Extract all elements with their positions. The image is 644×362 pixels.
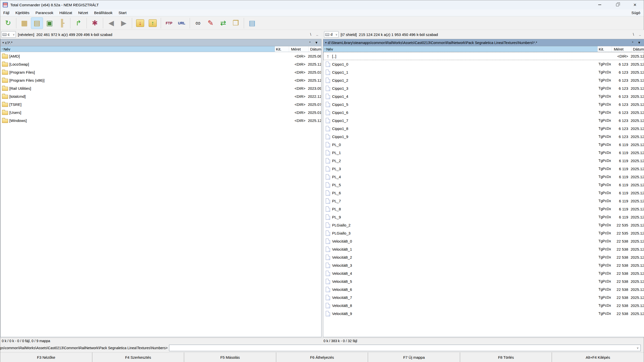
brief-view-button[interactable]: ▦ (18, 17, 30, 29)
left-history-button[interactable]: ▼ (313, 41, 320, 44)
file-row[interactable]: VelocitàB_6TgPcDx22 5382025.12 (323, 285, 644, 293)
fkey-f3[interactable]: F3 Nézőke (0, 352, 92, 362)
file-row[interactable]: PL_9TgPcDx6 1192025.12 (323, 213, 644, 221)
restore-button[interactable] (609, 0, 626, 9)
right-drive-combo[interactable]: d ∨ (324, 31, 339, 38)
file-row[interactable]: PL_8TgPcDx6 1192025.12 (323, 205, 644, 213)
menu-item-sugo[interactable]: Súgó (628, 10, 644, 16)
right-history-button[interactable]: ▼ (636, 41, 642, 44)
file-row[interactable]: [Program Files]<DIR>2025.03 (1, 68, 321, 76)
file-row[interactable]: VelocitàB_3TgPcDx22 5382025.12 (323, 261, 644, 269)
file-row[interactable]: PL_0TgPcDx6 1192025.12 (323, 141, 644, 149)
right-filter-star-button[interactable]: * (629, 41, 636, 44)
file-row[interactable]: Cippo1_1TgPcDx6 1232025.12 (323, 68, 644, 76)
fkey-f7[interactable]: F7 Új mappa (368, 352, 460, 362)
file-row[interactable]: VelocitàB_5TgPcDx22 5382025.12 (323, 277, 644, 285)
right-column-size[interactable]: Méret (612, 46, 631, 52)
back-button[interactable]: ◀ (105, 17, 117, 29)
left-filter-star-button[interactable]: * (307, 41, 313, 44)
fkey-f5[interactable]: F5 Másolás (184, 352, 276, 362)
file-row[interactable]: [TSRE]<DIR>2025.07 (1, 100, 321, 108)
left-drive-combo[interactable]: c ∨ (1, 31, 16, 38)
command-history-chevron-icon[interactable]: ∨ (635, 346, 640, 350)
file-row[interactable]: VelocitàB_4TgPcDx22 5382025.12 (323, 269, 644, 277)
file-row[interactable]: VelocitàB_8TgPcDx22 5382025.12 (323, 301, 644, 309)
menu-item-start[interactable]: Start (115, 10, 130, 16)
file-row[interactable]: Cippo1_3TgPcDx6 1232025.12 (323, 84, 644, 92)
file-row[interactable]: VelocitàB_7TgPcDx22 5382025.12 (323, 293, 644, 301)
right-up-button[interactable]: .. (637, 31, 643, 37)
file-row[interactable]: PL_6TgPcDx6 1192025.12 (323, 189, 644, 197)
ftp-url-button[interactable]: URL (176, 17, 188, 29)
file-row[interactable]: [LocoSwap]<DIR>2025.12 (1, 60, 321, 68)
forward-button[interactable]: ▶ (118, 17, 130, 29)
branch-view-button[interactable]: ↱ (72, 17, 85, 29)
right-root-button[interactable]: \ (630, 31, 637, 37)
file-row[interactable]: Cippo1_9TgPcDx6 1232025.12 (323, 132, 644, 141)
file-row[interactable]: VelocitàB_9TgPcDx22 5382025.12 (323, 309, 644, 318)
menu-item-fájl[interactable]: Fájl (0, 10, 12, 16)
close-button[interactable]: ✕ (626, 0, 644, 9)
file-row[interactable]: VelocitàB_1TgPcDx22 5382025.12 (323, 245, 644, 253)
file-row[interactable]: PLGiallo_3TgPcDx22 5352025.12 (323, 229, 644, 237)
file-row[interactable]: Cippo1_5TgPcDx6 1232025.12 (323, 100, 644, 108)
refresh-button[interactable]: ↻ (2, 17, 14, 29)
file-row[interactable]: Cippo1_2TgPcDx6 1232025.12 (323, 76, 644, 84)
right-column-name[interactable]: ↑ Név (323, 46, 598, 52)
compare-contents-button[interactable]: ❐ (230, 17, 242, 29)
menu-item-hálózat[interactable]: Hálózat (56, 10, 75, 16)
notepad-button[interactable]: ▤ (246, 17, 258, 29)
right-column-date[interactable]: Dátum (631, 46, 644, 52)
minimize-button[interactable] (591, 0, 609, 9)
file-row[interactable]: PL_7TgPcDx6 1192025.12 (323, 197, 644, 205)
menu-item-nézet[interactable]: Nézet (75, 10, 91, 16)
fkey-f6[interactable]: F6 Áthelyezés (276, 352, 368, 362)
fkey-f8[interactable]: F8 Törlés (460, 352, 552, 362)
left-root-button[interactable]: \ (307, 31, 314, 37)
file-row[interactable]: [totalcmd]<DIR>2022.12 (1, 92, 321, 100)
fkey-alt+f4[interactable]: Alt+F4 Kilépés (552, 352, 644, 362)
left-column-size[interactable]: Méret (289, 46, 309, 52)
menu-item-kijelölés[interactable]: Kijelölés (12, 10, 32, 16)
command-input[interactable] (169, 345, 635, 351)
file-row[interactable]: Cippo1_6TgPcDx6 1232025.12 (323, 108, 644, 116)
left-column-date[interactable]: Dátum (309, 46, 321, 52)
left-column-ext[interactable]: Kit. (275, 46, 289, 52)
right-path-bar[interactable]: ▼ d:\SteamLibrary\steamapps\common\RailW… (323, 39, 644, 46)
file-row[interactable]: [AMD]<DIR>2025.08 (1, 52, 321, 60)
file-row[interactable]: [Users]<DIR>2025.01 (1, 108, 321, 116)
file-row[interactable]: [Program Files (x86)]<DIR>2025.12 (1, 76, 321, 84)
find-files-button[interactable]: ∞ (192, 17, 204, 29)
ftp-connect-button[interactable]: FTP (163, 17, 175, 29)
file-row[interactable]: ↑[..]<DIR>2025.12 (323, 52, 644, 60)
left-column-name[interactable]: ↑ Név (1, 46, 275, 52)
pack-button[interactable]: ↓ (134, 17, 146, 29)
file-row[interactable]: VelocitàB_0TgPcDx22 5382025.12 (323, 237, 644, 245)
thumbnail-view-button[interactable]: ▣ (44, 17, 56, 29)
left-path-bar[interactable]: ▼ c:\*.* * ▼ (0, 39, 321, 46)
menu-item-beállítások[interactable]: Beállítások (91, 10, 115, 16)
fkey-f4[interactable]: F4 Szerkesztés (92, 352, 184, 362)
file-row[interactable]: PL_5TgPcDx6 1192025.12 (323, 181, 644, 189)
filter-button[interactable]: ✱ (89, 17, 101, 29)
right-column-ext[interactable]: Kit. (598, 46, 612, 52)
file-row[interactable]: Cippo1_0TgPcDx6 1232025.12 (323, 60, 644, 68)
full-view-button[interactable]: ▤ (31, 17, 43, 29)
file-row[interactable]: [Windows]<DIR>2025.12 (1, 116, 321, 124)
file-row[interactable]: PL_1TgPcDx6 1192025.12 (323, 149, 644, 157)
tree-view-button[interactable]: ╟ (56, 17, 68, 29)
file-row[interactable]: Cippo1_4TgPcDx6 1232025.12 (323, 92, 644, 100)
file-row[interactable]: [Rail Utilities]<DIR>2023.09 (1, 84, 321, 92)
file-row[interactable]: Cippo1_8TgPcDx6 1232025.12 (323, 124, 644, 132)
file-row[interactable]: VelocitàB_2TgPcDx22 5382025.12 (323, 253, 644, 261)
left-up-button[interactable]: .. (314, 31, 320, 37)
unpack-button[interactable]: ↑ (147, 17, 159, 29)
file-row[interactable]: Cippo1_7TgPcDx6 1232025.12 (323, 116, 644, 124)
file-row[interactable]: PL_2TgPcDx6 1192025.12 (323, 157, 644, 165)
multi-rename-button[interactable]: ✎ (205, 17, 217, 29)
sync-dirs-button[interactable]: ⇄ (217, 17, 229, 29)
menu-item-parancsok[interactable]: Parancsok (32, 10, 56, 16)
file-row[interactable]: PL_3TgPcDx6 1192025.12 (323, 165, 644, 173)
file-row[interactable]: PLGiallo_2TgPcDx22 5352025.12 (323, 221, 644, 229)
file-row[interactable]: PL_4TgPcDx6 1192025.12 (323, 173, 644, 181)
